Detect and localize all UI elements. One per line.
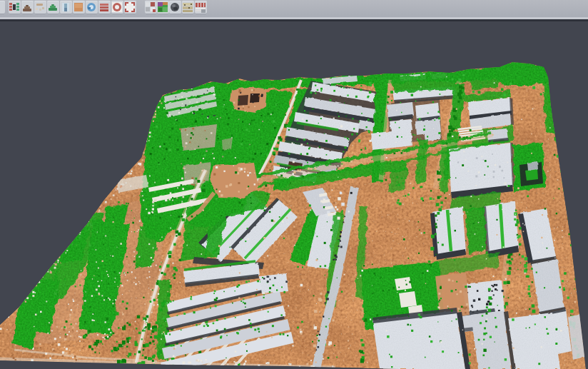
classes-colors-icon xyxy=(157,1,168,13)
viewport-3d[interactable] xyxy=(0,21,588,369)
table-export-icon xyxy=(195,1,206,13)
table-export-button[interactable] xyxy=(195,1,207,14)
sparse-points-button[interactable] xyxy=(34,1,46,14)
dem-layers-icon xyxy=(182,1,193,13)
circle-select-button[interactable] xyxy=(111,1,123,14)
building-roof xyxy=(527,161,538,171)
slices-icon xyxy=(98,1,110,13)
sphere-icon xyxy=(86,1,97,13)
terrain-mound-button[interactable] xyxy=(21,1,34,14)
align-clouds-icon xyxy=(9,1,20,13)
mesh-sphere-icon xyxy=(169,1,181,13)
column-icon xyxy=(60,1,71,13)
app-window xyxy=(0,0,588,369)
ground-class-icon xyxy=(73,1,84,13)
column-button[interactable] xyxy=(60,1,72,14)
building-roof xyxy=(508,313,560,369)
building-roof xyxy=(260,273,288,294)
building-roof xyxy=(395,277,412,290)
point-cloud-scene xyxy=(0,21,588,369)
checker-grid-icon xyxy=(145,1,156,13)
layer-partial-icon xyxy=(0,1,4,13)
terrain-mound-icon xyxy=(21,1,33,13)
circle-select-icon xyxy=(111,1,123,13)
shed-roof xyxy=(250,93,260,103)
vegetation-icon xyxy=(47,1,59,13)
rect-select-icon xyxy=(124,1,136,13)
building-roof xyxy=(399,291,417,308)
clearing-patch xyxy=(222,138,233,151)
mesh-sphere-button[interactable] xyxy=(169,1,181,14)
sphere-button[interactable] xyxy=(86,1,98,14)
toolbar xyxy=(0,0,588,19)
layer-partial-button[interactable] xyxy=(0,1,5,14)
slices-button[interactable] xyxy=(98,1,111,14)
ground-class-button[interactable] xyxy=(73,1,85,14)
vegetation-button[interactable] xyxy=(47,1,59,14)
sparse-points-icon xyxy=(34,1,46,13)
rect-select-button[interactable] xyxy=(124,1,136,14)
checker-grid-button[interactable] xyxy=(145,1,157,14)
dem-layers-button[interactable] xyxy=(182,1,194,14)
vegetation-patch xyxy=(465,207,487,253)
align-clouds-button[interactable] xyxy=(9,1,21,14)
classes-colors-button[interactable] xyxy=(157,1,169,14)
